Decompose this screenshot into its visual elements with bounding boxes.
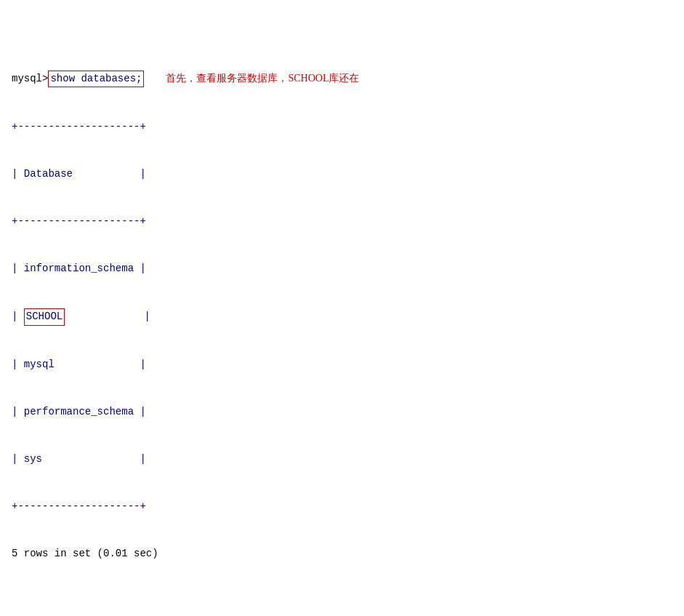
command-box-1: show databases; bbox=[48, 71, 144, 88]
table-row-info-schema-1: | information_schema | bbox=[12, 261, 672, 277]
table-row-mysql-1: | mysql | bbox=[12, 357, 672, 373]
prompt-1: mysql> bbox=[12, 71, 48, 87]
table-row-perf-1: | performance_schema | bbox=[12, 404, 672, 420]
row-count-1: 5 rows in set (0.01 sec) bbox=[12, 546, 672, 562]
table-border-mid-1: +--------------------+ bbox=[12, 214, 672, 230]
table-row-school-1: | SCHOOL | bbox=[12, 308, 672, 326]
table-border-top-1: +--------------------+ bbox=[12, 119, 672, 135]
table-border-bottom-1: +--------------------+ bbox=[12, 499, 672, 515]
table-header-1: | Database | bbox=[12, 167, 672, 183]
command-line-1: mysql>show databases;首先，查看服务器数据库，SCHOOL库… bbox=[12, 71, 672, 88]
annotation-1: 首先，查看服务器数据库，SCHOOL库还在 bbox=[166, 71, 359, 87]
school-highlight-1: SCHOOL bbox=[24, 308, 65, 326]
terminal-output: mysql>show databases;首先，查看服务器数据库，SCHOOL库… bbox=[12, 7, 672, 616]
table-row-sys-1: | sys | bbox=[12, 452, 672, 468]
